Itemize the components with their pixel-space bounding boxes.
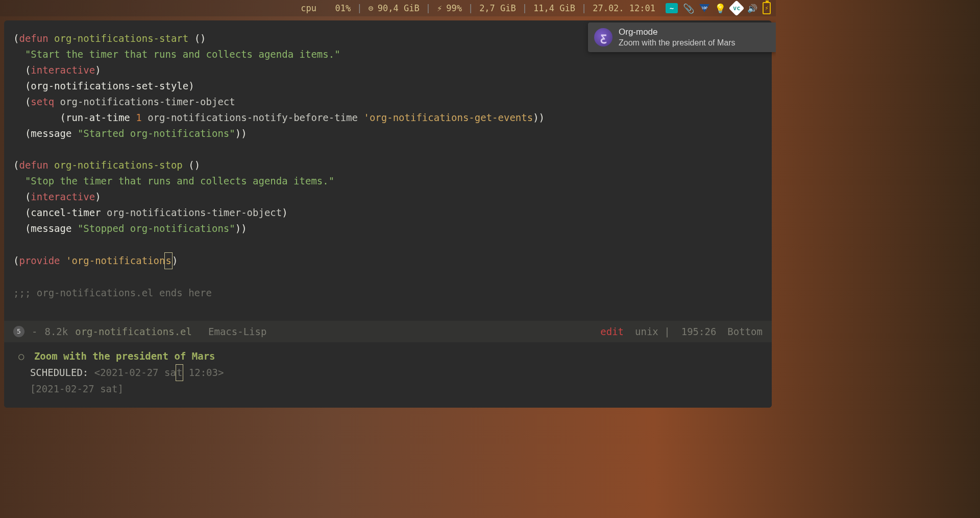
code-line[interactable]: (org-notifications-set-style) [13, 78, 769, 94]
code-line[interactable]: (run-at-time 1 org-notifications-notify-… [13, 110, 769, 126]
code-line[interactable]: (interactive) [13, 62, 769, 78]
code-line[interactable]: (provide 'org-notifications) [13, 252, 769, 269]
code-line[interactable]: (cancel-timer org-notifications-timer-ob… [13, 205, 769, 221]
org-agenda-panel[interactable]: ○ Zoom with the president of Mars SCHEDU… [4, 342, 772, 408]
cpu-value: 01% [335, 3, 351, 13]
system-tray: ∼ 📎 💡 vc 🔊 ⚡ [666, 2, 771, 14]
disk-value: 90,4 GiB [378, 3, 420, 13]
buffer-filename[interactable]: org-notifications.el [75, 324, 192, 340]
separator: | [468, 3, 473, 13]
code-line[interactable]: (interactive) [13, 189, 769, 205]
notification-text: Org-mode Zoom with the president of Mars [619, 27, 736, 49]
scroll-position: Bottom [727, 324, 763, 340]
code-line[interactable]: (defun org-notifications-stop () [13, 157, 769, 173]
code-blank[interactable] [13, 142, 769, 157]
notification-title: Org-mode [619, 27, 736, 38]
cursor-position: 195:26 [681, 324, 717, 340]
org-bullet-icon: ○ [18, 350, 24, 362]
org-heading-title: Zoom with the president of Mars [34, 350, 215, 362]
mem2-value: 11,4 GiB [533, 3, 575, 13]
disk-icon: ⊜ [369, 3, 374, 13]
separator: | [522, 3, 527, 13]
org-scheduled[interactable]: SCHEDULED: <2021-02-27 sat 12:03> [18, 364, 757, 381]
code-blank[interactable] [13, 269, 769, 285]
separator: | [581, 3, 586, 13]
file-size: 8.2k [44, 324, 68, 340]
code-blank[interactable] [13, 237, 769, 252]
notification-popup[interactable]: ƹ Org-mode Zoom with the president of Ma… [588, 22, 776, 52]
window-number-badge: 5 [13, 326, 24, 337]
scheduled-label: SCHEDULED: [30, 367, 88, 378]
notification-body: Zoom with the president of Mars [619, 38, 736, 49]
emacs-editor[interactable]: (defun org-notifications-start () "Start… [4, 20, 772, 408]
org-heading[interactable]: ○ Zoom with the president of Mars [18, 348, 757, 364]
cursor: s [164, 252, 172, 269]
bulb-tray-icon[interactable]: 💡 [715, 3, 726, 14]
lambda-tray-icon[interactable]: ∼ [666, 3, 678, 13]
separator: | [426, 3, 431, 13]
vc-tray-icon[interactable]: vc [728, 0, 744, 16]
sound-tray-icon[interactable]: 🔊 [747, 4, 757, 13]
code-line[interactable]: (message "Stopped org-notifications")) [13, 221, 769, 237]
clip-tray-icon[interactable]: 📎 [683, 3, 694, 14]
emacs-modeline: 5 - 8.2k org-notifications.el Emacs-Lisp… [4, 321, 772, 342]
code-line[interactable]: (setq org-notifications-timer-object [13, 94, 769, 110]
system-statusbar: cpu 01% | ⊜ 90,4 GiB | ⚡99% | 2,7 GiB | … [0, 0, 776, 16]
battery-value: 99% [446, 3, 462, 13]
cpu-label: cpu [301, 3, 316, 13]
code-line[interactable]: (message "Started org-notifications")) [13, 126, 769, 142]
battery-tray-icon[interactable]: ⚡ [763, 2, 771, 14]
datetime-value: 27.02. 12:01 [593, 3, 655, 13]
wifi-tray-icon[interactable] [699, 4, 709, 12]
org-timestamp[interactable]: [2021-02-27 sat] [18, 381, 757, 397]
separator: | [357, 3, 362, 13]
mem1-value: 2,7 GiB [479, 3, 516, 13]
bolt-icon: ⚡ [437, 3, 442, 13]
code-line[interactable]: "Stop the timer that runs and collects a… [13, 173, 769, 189]
code-line[interactable]: ;;; org-notifications.el ends here [13, 285, 769, 301]
emacs-notif-icon: ƹ [594, 28, 612, 46]
edit-state: edit [600, 324, 624, 340]
modeline-dash: - [32, 324, 37, 340]
encoding: unix | [635, 324, 670, 340]
major-mode[interactable]: Emacs-Lisp [208, 324, 266, 340]
